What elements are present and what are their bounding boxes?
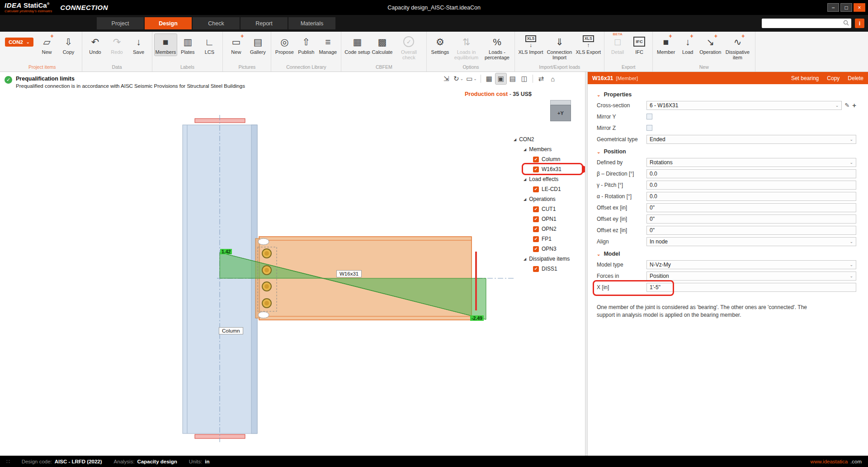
chevron-down-icon[interactable]: ⌄ xyxy=(849,160,853,165)
mirror-z-checkbox[interactable] xyxy=(646,125,652,131)
beta-direction-input[interactable] xyxy=(648,171,855,177)
tree-item-operations[interactable]: ◢Operations xyxy=(511,194,585,204)
chevron-down-icon[interactable]: ⌄ xyxy=(849,262,853,267)
expander-icon[interactable]: ◢ xyxy=(514,138,516,142)
xls-import-button[interactable]: XLS↓ XLS Import xyxy=(517,34,544,56)
chevron-down-icon[interactable]: ⌄ xyxy=(849,239,853,244)
maximize-button[interactable]: □ xyxy=(840,3,852,12)
lcs-labels-toggle[interactable]: ∟ LCS xyxy=(198,34,220,56)
new-load-button[interactable]: ↓+ Load xyxy=(677,34,698,56)
checked-checkbox-icon[interactable]: ✔ xyxy=(533,246,539,252)
search-box[interactable] xyxy=(762,19,851,28)
add-icon[interactable]: + xyxy=(852,101,856,109)
offset-ex-input[interactable] xyxy=(648,205,855,211)
tree-item-opn3[interactable]: ✔OPN3 xyxy=(511,244,585,254)
redo-button[interactable]: ↷ Redo xyxy=(106,34,128,56)
tree-item-cut1[interactable]: ✔CUT1 xyxy=(511,204,585,214)
chevron-down-icon[interactable]: ⌄ xyxy=(26,40,30,44)
chevron-down-icon[interactable]: ⌄ xyxy=(597,92,600,97)
minimize-button[interactable]: − xyxy=(827,3,839,12)
tree-item-con2[interactable]: ◢CON2 xyxy=(511,134,585,144)
propose-button[interactable]: ◎ Propose xyxy=(274,34,295,56)
info-button[interactable]: i xyxy=(855,19,864,28)
tree-item-w16x31[interactable]: ✔ W16x31 xyxy=(511,164,585,174)
tree-item-opn2[interactable]: ✔OPN2 xyxy=(511,224,585,234)
model-canvas[interactable]: ⇲ ↻⌄ ▭⌄ ▦ ▣ ▤ ◫ ⇄ ⌂ ✓ Prequalification l… xyxy=(0,72,585,456)
website-link[interactable]: www.ideastatica.com xyxy=(811,459,862,464)
new-operation-button[interactable]: ↘+ Operation xyxy=(698,34,722,56)
checked-checkbox-icon[interactable]: ✔ xyxy=(533,167,539,172)
checked-checkbox-icon[interactable]: ✔ xyxy=(533,157,539,162)
manage-button[interactable]: ≡ Manage xyxy=(317,34,339,56)
new-dissipative-item-button[interactable]: ∿+ Dissipative item xyxy=(722,34,753,62)
expander-icon[interactable]: ◢ xyxy=(524,257,526,261)
tree-item-fp1[interactable]: ✔FP1 xyxy=(511,234,585,244)
loads-percentage-toggle[interactable]: % Loads - percentage xyxy=(481,34,512,62)
tab-design[interactable]: Design xyxy=(145,17,192,29)
defined-by-select[interactable]: Rotations⌄ xyxy=(646,158,856,167)
calculate-button[interactable]: ▩ Calculate xyxy=(371,34,394,56)
geometrical-type-select[interactable]: Ended⌄ xyxy=(646,135,856,144)
weld-handle[interactable] xyxy=(258,312,269,318)
checked-checkbox-icon[interactable]: ✔ xyxy=(533,226,539,232)
checked-checkbox-icon[interactable]: ✔ xyxy=(533,186,539,192)
align-select[interactable]: In node⌄ xyxy=(646,237,856,246)
section-properties[interactable]: ⌄Properties xyxy=(597,91,856,98)
offset-ez-input[interactable] xyxy=(648,227,855,234)
search-icon[interactable] xyxy=(843,19,849,28)
undo-button[interactable]: ↶ Undo xyxy=(85,34,106,56)
expander-icon[interactable]: ◢ xyxy=(524,148,526,152)
section-position[interactable]: ⌄Position xyxy=(597,148,856,155)
expander-icon[interactable]: ◢ xyxy=(524,197,526,201)
column-label[interactable]: Column xyxy=(219,327,243,334)
xls-export-button[interactable]: XLS↑ XLS Export xyxy=(575,34,602,56)
new-project-item-button[interactable]: ▱+ New xyxy=(36,34,58,56)
overall-check-button[interactable]: ✓ Overall check xyxy=(393,34,424,62)
tree-item-le-cd1[interactable]: ✔LE-CD1 xyxy=(511,184,585,194)
code-setup-button[interactable]: ▦ Code setup xyxy=(344,34,371,56)
con2-selector[interactable]: CON2 ⌄ xyxy=(5,38,33,47)
beam-label[interactable]: W16x31 xyxy=(336,270,362,277)
copy-member-button[interactable]: Copy xyxy=(827,75,840,81)
loads-in-equilibrium-toggle[interactable]: ⇅ Loads in equilibrium xyxy=(451,34,481,62)
set-bearing-button[interactable]: Set bearing xyxy=(791,75,819,81)
weld-handle[interactable] xyxy=(258,238,269,245)
chevron-down-icon[interactable]: ⌄ xyxy=(835,103,839,108)
plates-labels-toggle[interactable]: ▥ Plates xyxy=(177,34,198,56)
offset-ey-input[interactable] xyxy=(648,216,855,222)
members-labels-toggle[interactable]: ■ Members xyxy=(155,34,177,56)
tab-report[interactable]: Report xyxy=(241,17,288,29)
delete-member-button[interactable]: Delete xyxy=(848,75,863,81)
gamma-pitch-input[interactable] xyxy=(648,182,855,188)
expander-icon[interactable]: ◢ xyxy=(524,177,526,181)
ifc-export-button[interactable]: IFC IFC xyxy=(628,34,650,56)
chevron-down-icon[interactable]: ⌄ xyxy=(849,274,853,278)
tab-materials[interactable]: Materials xyxy=(288,17,335,29)
gallery-button[interactable]: ▤ Gallery xyxy=(247,34,269,56)
model-type-select[interactable]: N-Vz-My⌄ xyxy=(646,260,856,269)
tab-check[interactable]: Check xyxy=(193,17,240,29)
tree-item-members[interactable]: ◢Members xyxy=(511,144,585,154)
alpha-rotation-input[interactable] xyxy=(648,193,855,200)
save-button[interactable]: ↓ Save xyxy=(128,34,150,56)
tree-item-column[interactable]: ✔Column xyxy=(511,154,585,164)
close-button[interactable]: × xyxy=(854,3,865,12)
checked-checkbox-icon[interactable]: ✔ xyxy=(533,206,539,212)
tree-item-opn1[interactable]: ✔OPN1 xyxy=(511,214,585,224)
cross-section-select[interactable]: 6 - W16X31⌄ xyxy=(646,101,842,110)
tree-item-diss1[interactable]: ✔DISS1 xyxy=(511,264,585,274)
settings-button[interactable]: ⚙ Settings xyxy=(429,34,451,56)
x-position-input[interactable] xyxy=(648,284,855,291)
checked-checkbox-icon[interactable]: ✔ xyxy=(533,266,539,272)
chevron-down-icon[interactable]: ⌄ xyxy=(849,137,853,142)
publish-button[interactable]: ⇧ Publish xyxy=(295,34,317,56)
connection-import-button[interactable]: ⇓ Connection Import xyxy=(544,34,575,62)
forces-in-select[interactable]: Position⌄ xyxy=(646,272,856,281)
copy-project-item-button[interactable]: ⇩ Copy xyxy=(58,34,80,56)
tree-item-load-effects[interactable]: ◢Load effects xyxy=(511,174,585,184)
chevron-down-icon[interactable]: ⌄ xyxy=(597,252,600,257)
tab-project[interactable]: Project xyxy=(97,17,144,29)
tree-item-dissipative-items[interactable]: ◢Dissipative items xyxy=(511,254,585,264)
chevron-down-icon[interactable]: ⌄ xyxy=(597,149,600,154)
detail-export-button[interactable]: BETA□ Detail xyxy=(607,34,628,56)
